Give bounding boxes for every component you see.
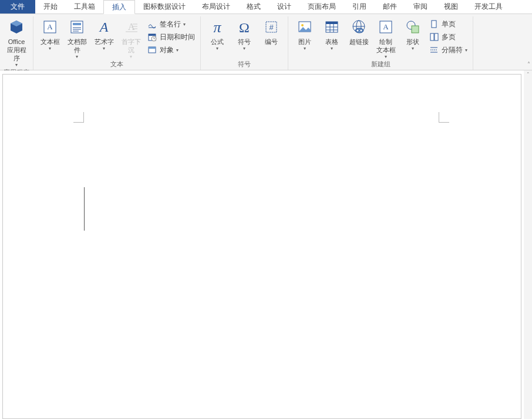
text-box-button[interactable]: A文本框▾ — [36, 16, 63, 51]
svg-text:A: A — [47, 22, 53, 31]
svg-rect-30 — [326, 22, 338, 24]
group-label: 文本 — [110, 59, 123, 69]
svg-point-28 — [301, 24, 304, 26]
signature-line-button[interactable]: 签名行▾ — [146, 18, 196, 31]
single-page-icon — [429, 19, 439, 29]
wordart-icon: A — [95, 18, 113, 36]
tab-工具箱[interactable]: 工具箱 — [66, 0, 103, 13]
separator-label: 分隔符 — [442, 45, 463, 55]
group-label: 新建组 — [371, 59, 390, 69]
svg-text:π: π — [213, 19, 221, 36]
signature-line-icon — [147, 19, 157, 29]
office-apps-label: Office应用程序 — [4, 38, 29, 62]
shapes-button[interactable]: 形状▾ — [399, 16, 426, 51]
date-time-icon — [147, 32, 157, 42]
text-cursor — [84, 187, 85, 231]
date-time-label: 日期和时间 — [160, 32, 195, 42]
tab-bar: 文件 开始工具箱插入图标数据设计布局设计格式设计页面布局引用邮件审阅视图开发工具 — [0, 0, 532, 14]
picture-button[interactable]: 图片▾ — [291, 16, 318, 51]
office-apps-button[interactable]: Office应用程序▾ — [3, 16, 30, 67]
chevron-down-icon: ▾ — [49, 46, 51, 51]
number-button[interactable]: #编号 — [258, 16, 285, 46]
document-page[interactable] — [2, 74, 521, 419]
tab-开发工具[interactable]: 开发工具 — [466, 0, 511, 13]
chevron-down-icon: ▾ — [385, 54, 387, 59]
equation-button[interactable]: π公式▾ — [204, 16, 231, 51]
ribbon-group-应用程序: Office应用程序▾应用程序 — [0, 16, 33, 70]
svg-text:A: A — [99, 19, 109, 35]
tab-格式[interactable]: 格式 — [238, 0, 269, 13]
group-label: 符号 — [238, 59, 251, 69]
picture-label: 图片 — [298, 38, 311, 46]
number-label: 编号 — [265, 38, 278, 46]
symbol-button[interactable]: Ω符号▾ — [231, 16, 258, 51]
draw-textbox-icon: A — [376, 18, 395, 36]
svg-rect-44 — [412, 26, 419, 33]
multi-page-icon — [429, 32, 439, 42]
equation-icon: π — [208, 18, 227, 36]
tab-设计[interactable]: 设计 — [269, 0, 299, 13]
object-button[interactable]: 对象▾ — [146, 43, 196, 56]
svg-rect-5 — [73, 23, 81, 25]
tab-开始[interactable]: 开始 — [35, 0, 66, 13]
tab-布局设计[interactable]: 布局设计 — [194, 0, 238, 13]
margin-corner-top-left — [73, 112, 84, 123]
stack: 单页多页分隔符▾ — [426, 16, 470, 58]
symbol-icon: Ω — [235, 18, 254, 36]
ribbon: Office应用程序▾应用程序A文本框▾文档部件▾A艺术字▾A首字下沉▾签名行▾… — [0, 14, 532, 70]
drop-cap-button[interactable]: A首字下沉▾ — [117, 16, 144, 59]
chevron-down-icon: ▾ — [103, 46, 105, 51]
svg-rect-17 — [149, 34, 156, 36]
ribbon-collapse-button[interactable]: ˄ — [527, 61, 530, 67]
chevron-down-icon: ▾ — [15, 62, 18, 67]
stack: 签名行▾日期和时间对象▾ — [144, 16, 197, 58]
table-label: 表格 — [325, 38, 338, 46]
draw-textbox-button[interactable]: A绘制文本框▾ — [372, 16, 399, 59]
separator-icon — [429, 45, 439, 55]
tab-审阅[interactable]: 审阅 — [405, 0, 436, 13]
chevron-down-icon: ▾ — [183, 22, 186, 27]
svg-rect-22 — [149, 47, 156, 49]
picture-icon — [295, 18, 314, 36]
tab-页面布局[interactable]: 页面布局 — [299, 0, 344, 13]
svg-rect-46 — [430, 33, 434, 40]
chevron-down-icon: ▾ — [465, 48, 467, 53]
hyperlink-button[interactable]: 超链接 — [345, 16, 372, 46]
drop-cap-icon: A — [122, 18, 140, 36]
chevron-down-icon: ▾ — [304, 46, 306, 51]
table-button[interactable]: 表格▾ — [318, 16, 345, 51]
svg-point-40 — [360, 29, 362, 32]
date-time-button[interactable]: 日期和时间 — [146, 31, 196, 43]
chevron-down-icon: ▾ — [243, 46, 245, 51]
chevron-down-icon: ▾ — [216, 46, 218, 51]
separator-button[interactable]: 分隔符▾ — [427, 43, 469, 56]
vertical-scrollbar[interactable]: ˄ — [524, 70, 532, 419]
single-page-button[interactable]: 单页 — [427, 18, 469, 31]
tab-file[interactable]: 文件 — [0, 0, 35, 13]
object-label: 对象 — [160, 45, 174, 55]
multi-page-button[interactable]: 多页 — [427, 31, 469, 43]
office-apps-icon — [7, 18, 26, 36]
scroll-up-button[interactable]: ˄ — [524, 70, 532, 79]
tab-插入[interactable]: 插入 — [103, 0, 135, 14]
svg-rect-47 — [435, 33, 438, 40]
document-workspace[interactable] — [0, 70, 532, 419]
tab-邮件[interactable]: 邮件 — [375, 0, 405, 13]
chevron-down-icon: ▾ — [76, 54, 78, 59]
tab-引用[interactable]: 引用 — [344, 0, 375, 13]
hyperlink-icon — [349, 18, 368, 36]
wordart-label: 艺术字 — [95, 38, 114, 46]
chevron-down-icon: ▾ — [130, 54, 132, 59]
svg-text:#: # — [269, 23, 274, 32]
chevron-down-icon: ▾ — [412, 46, 414, 51]
tab-图标数据设计[interactable]: 图标数据设计 — [135, 0, 194, 13]
tab-视图[interactable]: 视图 — [436, 0, 466, 13]
text-box-icon: A — [41, 18, 59, 36]
wordart-button[interactable]: A艺术字▾ — [90, 16, 117, 51]
symbol-label: 符号 — [238, 38, 251, 46]
ribbon-group-文本: A文本框▾文档部件▾A艺术字▾A首字下沉▾签名行▾日期和时间对象▾文本 — [33, 16, 201, 70]
text-box-label: 文本框 — [41, 38, 60, 46]
doc-parts-icon — [68, 18, 86, 36]
doc-parts-button[interactable]: 文档部件▾ — [63, 16, 90, 59]
svg-point-39 — [356, 29, 359, 32]
